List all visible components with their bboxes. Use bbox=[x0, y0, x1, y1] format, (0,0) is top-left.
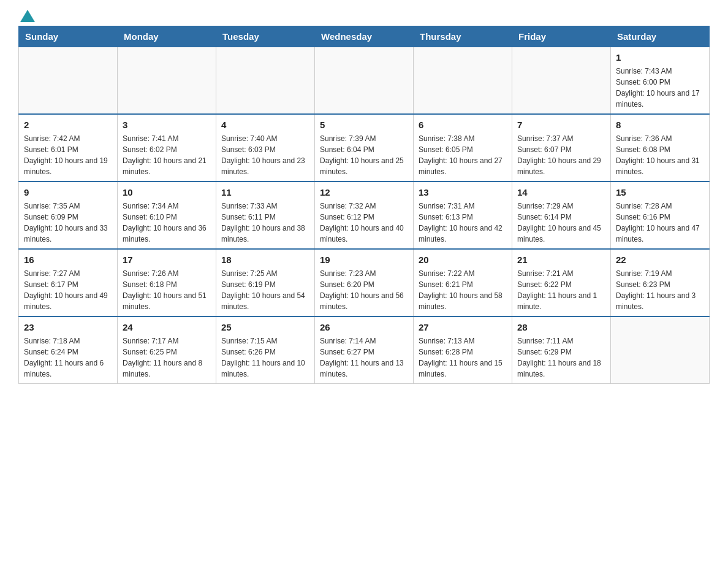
day-info: Sunrise: 7:42 AM Sunset: 6:01 PM Dayligh… bbox=[24, 133, 112, 177]
calendar-cell: 26Sunrise: 7:14 AM Sunset: 6:27 PM Dayli… bbox=[315, 316, 414, 384]
calendar-header-friday: Friday bbox=[512, 26, 611, 47]
calendar-week-row: 1Sunrise: 7:43 AM Sunset: 6:00 PM Daylig… bbox=[19, 47, 710, 115]
day-number: 7 bbox=[517, 118, 605, 131]
calendar-cell: 23Sunrise: 7:18 AM Sunset: 6:24 PM Dayli… bbox=[19, 316, 118, 384]
day-info: Sunrise: 7:40 AM Sunset: 6:03 PM Dayligh… bbox=[221, 133, 309, 177]
day-info: Sunrise: 7:29 AM Sunset: 6:14 PM Dayligh… bbox=[517, 201, 605, 245]
day-info: Sunrise: 7:41 AM Sunset: 6:02 PM Dayligh… bbox=[123, 133, 211, 177]
day-number: 15 bbox=[616, 186, 704, 199]
day-info: Sunrise: 7:31 AM Sunset: 6:13 PM Dayligh… bbox=[419, 201, 507, 245]
calendar-cell: 18Sunrise: 7:25 AM Sunset: 6:19 PM Dayli… bbox=[216, 249, 315, 316]
calendar-cell: 7Sunrise: 7:37 AM Sunset: 6:07 PM Daylig… bbox=[512, 114, 611, 182]
calendar-cell: 5Sunrise: 7:39 AM Sunset: 6:04 PM Daylig… bbox=[315, 114, 414, 182]
calendar-week-row: 16Sunrise: 7:27 AM Sunset: 6:17 PM Dayli… bbox=[19, 249, 710, 316]
calendar-cell: 10Sunrise: 7:34 AM Sunset: 6:10 PM Dayli… bbox=[118, 182, 216, 249]
calendar-cell bbox=[118, 47, 216, 115]
day-number: 26 bbox=[320, 321, 408, 334]
day-info: Sunrise: 7:21 AM Sunset: 6:22 PM Dayligh… bbox=[517, 268, 605, 312]
calendar-cell: 17Sunrise: 7:26 AM Sunset: 6:18 PM Dayli… bbox=[118, 249, 216, 316]
day-number: 22 bbox=[616, 253, 704, 266]
calendar-cell: 3Sunrise: 7:41 AM Sunset: 6:02 PM Daylig… bbox=[118, 114, 216, 182]
day-number: 25 bbox=[221, 321, 309, 334]
calendar-week-row: 23Sunrise: 7:18 AM Sunset: 6:24 PM Dayli… bbox=[19, 316, 710, 384]
day-number: 16 bbox=[24, 253, 112, 266]
calendar-table: SundayMondayTuesdayWednesdayThursdayFrid… bbox=[18, 26, 710, 384]
day-number: 4 bbox=[221, 118, 309, 131]
calendar-cell: 28Sunrise: 7:11 AM Sunset: 6:29 PM Dayli… bbox=[512, 316, 611, 384]
day-number: 20 bbox=[419, 253, 507, 266]
calendar-cell bbox=[512, 47, 611, 115]
day-info: Sunrise: 7:19 AM Sunset: 6:23 PM Dayligh… bbox=[616, 268, 704, 312]
calendar-header-tuesday: Tuesday bbox=[216, 26, 315, 47]
day-info: Sunrise: 7:17 AM Sunset: 6:25 PM Dayligh… bbox=[123, 335, 211, 380]
calendar-cell: 2Sunrise: 7:42 AM Sunset: 6:01 PM Daylig… bbox=[19, 114, 118, 182]
day-info: Sunrise: 7:23 AM Sunset: 6:20 PM Dayligh… bbox=[320, 268, 408, 312]
day-number: 23 bbox=[24, 321, 112, 334]
calendar-cell bbox=[19, 47, 118, 115]
day-number: 2 bbox=[24, 118, 112, 131]
calendar-cell: 14Sunrise: 7:29 AM Sunset: 6:14 PM Dayli… bbox=[512, 182, 611, 249]
day-number: 27 bbox=[419, 321, 507, 334]
calendar-header-saturday: Saturday bbox=[611, 26, 710, 47]
day-number: 17 bbox=[123, 253, 211, 266]
day-number: 14 bbox=[517, 186, 605, 199]
calendar-cell: 8Sunrise: 7:36 AM Sunset: 6:08 PM Daylig… bbox=[611, 114, 710, 182]
day-number: 19 bbox=[320, 253, 408, 266]
calendar-header-thursday: Thursday bbox=[414, 26, 512, 47]
calendar-cell bbox=[216, 47, 315, 115]
day-info: Sunrise: 7:33 AM Sunset: 6:11 PM Dayligh… bbox=[221, 201, 309, 245]
calendar-cell: 19Sunrise: 7:23 AM Sunset: 6:20 PM Dayli… bbox=[315, 249, 414, 316]
day-number: 6 bbox=[419, 118, 507, 131]
calendar-cell bbox=[414, 47, 512, 115]
calendar-cell: 25Sunrise: 7:15 AM Sunset: 6:26 PM Dayli… bbox=[216, 316, 315, 384]
calendar-cell: 22Sunrise: 7:19 AM Sunset: 6:23 PM Dayli… bbox=[611, 249, 710, 316]
calendar-header-monday: Monday bbox=[118, 26, 216, 47]
day-info: Sunrise: 7:27 AM Sunset: 6:17 PM Dayligh… bbox=[24, 268, 112, 312]
calendar-cell: 1Sunrise: 7:43 AM Sunset: 6:00 PM Daylig… bbox=[611, 47, 710, 115]
calendar-cell: 12Sunrise: 7:32 AM Sunset: 6:12 PM Dayli… bbox=[315, 182, 414, 249]
calendar-cell: 15Sunrise: 7:28 AM Sunset: 6:16 PM Dayli… bbox=[611, 182, 710, 249]
calendar-cell: 4Sunrise: 7:40 AM Sunset: 6:03 PM Daylig… bbox=[216, 114, 315, 182]
day-number: 10 bbox=[123, 186, 211, 199]
calendar-header-sunday: Sunday bbox=[19, 26, 118, 47]
calendar-header-row: SundayMondayTuesdayWednesdayThursdayFrid… bbox=[19, 26, 710, 47]
day-number: 12 bbox=[320, 186, 408, 199]
calendar-cell: 24Sunrise: 7:17 AM Sunset: 6:25 PM Dayli… bbox=[118, 316, 216, 384]
calendar-cell: 21Sunrise: 7:21 AM Sunset: 6:22 PM Dayli… bbox=[512, 249, 611, 316]
calendar-cell bbox=[611, 316, 710, 384]
day-info: Sunrise: 7:32 AM Sunset: 6:12 PM Dayligh… bbox=[320, 201, 408, 245]
calendar-cell: 27Sunrise: 7:13 AM Sunset: 6:28 PM Dayli… bbox=[414, 316, 512, 384]
day-info: Sunrise: 7:22 AM Sunset: 6:21 PM Dayligh… bbox=[419, 268, 507, 312]
calendar-cell: 16Sunrise: 7:27 AM Sunset: 6:17 PM Dayli… bbox=[19, 249, 118, 316]
calendar-header-wednesday: Wednesday bbox=[315, 26, 414, 47]
calendar-cell: 20Sunrise: 7:22 AM Sunset: 6:21 PM Dayli… bbox=[414, 249, 512, 316]
logo bbox=[18, 12, 35, 20]
day-info: Sunrise: 7:38 AM Sunset: 6:05 PM Dayligh… bbox=[419, 133, 507, 177]
day-info: Sunrise: 7:11 AM Sunset: 6:29 PM Dayligh… bbox=[517, 335, 605, 380]
day-number: 3 bbox=[123, 118, 211, 131]
day-info: Sunrise: 7:18 AM Sunset: 6:24 PM Dayligh… bbox=[24, 335, 112, 380]
day-number: 8 bbox=[616, 118, 704, 131]
day-info: Sunrise: 7:39 AM Sunset: 6:04 PM Dayligh… bbox=[320, 133, 408, 177]
day-info: Sunrise: 7:25 AM Sunset: 6:19 PM Dayligh… bbox=[221, 268, 309, 312]
day-number: 21 bbox=[517, 253, 605, 266]
day-info: Sunrise: 7:35 AM Sunset: 6:09 PM Dayligh… bbox=[24, 201, 112, 245]
calendar-week-row: 2Sunrise: 7:42 AM Sunset: 6:01 PM Daylig… bbox=[19, 114, 710, 182]
day-number: 5 bbox=[320, 118, 408, 131]
calendar-cell bbox=[315, 47, 414, 115]
calendar-week-row: 9Sunrise: 7:35 AM Sunset: 6:09 PM Daylig… bbox=[19, 182, 710, 249]
day-info: Sunrise: 7:13 AM Sunset: 6:28 PM Dayligh… bbox=[419, 335, 507, 380]
calendar-cell: 6Sunrise: 7:38 AM Sunset: 6:05 PM Daylig… bbox=[414, 114, 512, 182]
day-number: 1 bbox=[616, 51, 704, 64]
day-info: Sunrise: 7:43 AM Sunset: 6:00 PM Dayligh… bbox=[616, 66, 704, 110]
day-info: Sunrise: 7:37 AM Sunset: 6:07 PM Dayligh… bbox=[517, 133, 605, 177]
day-number: 24 bbox=[123, 321, 211, 334]
day-number: 28 bbox=[517, 321, 605, 334]
page-header bbox=[18, 12, 710, 20]
day-number: 11 bbox=[221, 186, 309, 199]
day-info: Sunrise: 7:36 AM Sunset: 6:08 PM Dayligh… bbox=[616, 133, 704, 177]
day-number: 13 bbox=[419, 186, 507, 199]
calendar-cell: 9Sunrise: 7:35 AM Sunset: 6:09 PM Daylig… bbox=[19, 182, 118, 249]
calendar-cell: 11Sunrise: 7:33 AM Sunset: 6:11 PM Dayli… bbox=[216, 182, 315, 249]
day-info: Sunrise: 7:34 AM Sunset: 6:10 PM Dayligh… bbox=[123, 201, 211, 245]
